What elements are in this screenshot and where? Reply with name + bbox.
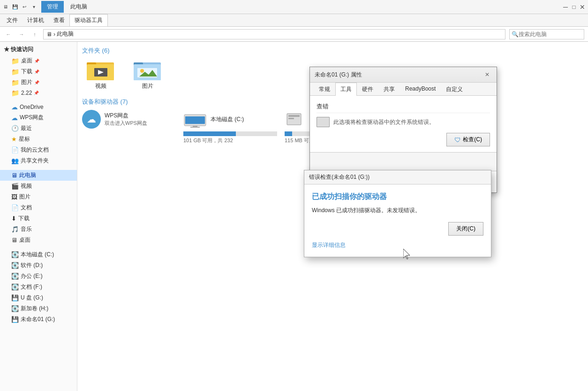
cloud-docs-icon: 📄 (11, 146, 19, 153)
sidebar-drive-g[interactable]: 💾 U 盘 (G:) (0, 292, 77, 303)
drive-g-icon: 💾 (11, 294, 19, 301)
nav-forward[interactable]: → (17, 30, 26, 39)
tab-tools[interactable]: 工具 (335, 83, 357, 96)
folders-section-header: 文件夹 (6) (82, 46, 583, 55)
error-dialog-title-bar: 错误检查(未命名01 (G:)) (304, 170, 491, 184)
sidebar-drive-h[interactable]: 💽 新加卷 (H:) (0, 303, 77, 314)
error-dialog-title-text: 错误检查(未命名01 (G:)) (309, 173, 369, 181)
sidebar-item-download[interactable]: 📁 下载 📌 (0, 66, 77, 77)
sidebar-downloads[interactable]: ⬇ 下载 (0, 213, 77, 224)
folder-icon: 📁 (11, 68, 19, 76)
sidebar-item-label: 视频 (21, 182, 32, 190)
star-icon: ★ (11, 136, 17, 143)
check-btn-label: 检查(C) (463, 136, 482, 144)
quick-access-save[interactable]: 💾 (11, 3, 19, 11)
sidebar-item-label: 最近 (21, 124, 32, 132)
error-check-dialog[interactable]: 错误检查(未命名01 (G:)) 已成功扫描你的驱动器 Windows 已成功扫… (304, 170, 491, 257)
tab-custom[interactable]: 自定义 (441, 83, 468, 96)
drive-f-icon: 💽 (11, 284, 19, 291)
minimize-button[interactable]: ─ (562, 3, 569, 11)
sidebar-drive-g2[interactable]: 💾 未命名01 (G:) (0, 314, 77, 325)
sidebar-this-pc[interactable]: 🖥 此电脑 (0, 170, 77, 181)
folder-label: 视频 (95, 82, 106, 90)
wps-drive-name: WPS网盘 (105, 112, 176, 120)
drive-h-icon (285, 110, 308, 129)
sidebar-item-222[interactable]: 📁 2.22 📌 (0, 88, 77, 98)
tab-view[interactable]: 查看 (49, 15, 69, 26)
drive-c-fill (183, 131, 236, 136)
folder-item-picture[interactable]: 图片 (129, 59, 166, 90)
close-button[interactable]: 关闭(C) (448, 222, 483, 236)
sidebar-item-label: 共享文件夹 (21, 157, 49, 165)
folder-item-video[interactable]: 视频 (82, 59, 120, 90)
pc-icon: 🖥 (11, 172, 17, 179)
quick-access-undo[interactable]: ↩ (21, 3, 28, 11)
sidebar-item-desktop[interactable]: 📁 桌面 📌 (0, 55, 77, 66)
nav-back[interactable]: ← (4, 30, 13, 39)
properties-tabs: 常规 工具 硬件 共享 ReadyBoost 自定义 (310, 83, 497, 96)
tab-computer[interactable]: 计算机 (23, 15, 49, 26)
sidebar-item-label: 文档 (21, 204, 32, 212)
wps-drive-item[interactable]: ☁ WPS网盘 双击进入WPS网盘 (82, 110, 176, 144)
sidebar-item-label: 桌面 (19, 236, 30, 244)
sidebar-shared-folder[interactable]: 👥 共享文件夹 (0, 155, 77, 166)
ribbon-tab-manage[interactable]: 管理 (41, 1, 64, 13)
sidebar-item-label: OneDrive (20, 104, 44, 110)
properties-close-button[interactable]: ✕ (482, 70, 492, 79)
folder-icon: 📁 (11, 57, 19, 65)
sidebar-item-label: 图片 (21, 78, 32, 86)
svg-rect-17 (288, 115, 300, 117)
search-input[interactable] (519, 31, 575, 38)
svg-rect-13 (185, 116, 196, 124)
svg-point-9 (140, 69, 144, 73)
sidebar-onedrive[interactable]: ☁ OneDrive (0, 102, 77, 112)
tab-file[interactable]: 文件 (2, 15, 23, 26)
tab-hardware[interactable]: 硬件 (357, 83, 378, 96)
nav-up[interactable]: ↑ (30, 30, 39, 39)
sidebar-music[interactable]: 🎵 音乐 (0, 224, 77, 235)
music-icon: 🎵 (11, 226, 19, 233)
check-description: 此选项将检查驱动器中的文件系统错误。 (317, 117, 490, 127)
sidebar-quick-access[interactable]: ★ 快速访问 (0, 44, 77, 55)
sidebar-desktop-pc[interactable]: 🖥 桌面 (0, 235, 77, 245)
sidebar-item-label: 图片 (19, 193, 30, 201)
desktop-icon: 🖥 (11, 237, 17, 244)
sidebar-item-label: 桌面 (21, 57, 32, 65)
sidebar-drive-d[interactable]: 💽 软件 (D:) (0, 260, 77, 271)
video-folder-icon (87, 59, 115, 81)
sidebar-starred[interactable]: ★ 星标 (0, 134, 77, 145)
quick-access-menu[interactable]: ▾ (30, 3, 38, 11)
close-button[interactable]: ✕ (579, 3, 586, 11)
sidebar-pictures-pc[interactable]: 🖼 图片 (0, 192, 77, 202)
drive-c-icon (183, 110, 207, 129)
sidebar-item-label: 本地磁盘 (C:) (21, 251, 54, 259)
maximize-button[interactable]: □ (570, 3, 578, 11)
sidebar-cloud-docs[interactable]: 📄 我的云文档 (0, 145, 77, 155)
sidebar: ★ 快速访问 📁 桌面 📌 📁 下载 📌 📁 图片 📌 📁 2.22 📌 (0, 42, 77, 391)
tab-general[interactable]: 常规 (314, 83, 335, 96)
svg-rect-18 (288, 118, 294, 119)
drive-c-bar (183, 131, 277, 136)
sidebar-item-pictures[interactable]: 📁 图片 📌 (0, 77, 77, 88)
drive-c-name: 本地磁盘 (C:) (211, 115, 277, 123)
sidebar-videos[interactable]: 🎬 视频 (0, 181, 77, 192)
check-desc-text: 此选项将检查驱动器中的文件系统错误。 (333, 118, 435, 126)
sidebar-item-label: 办公 (E:) (21, 272, 43, 280)
shield-icon: 🛡 (454, 136, 461, 144)
sidebar-drive-c[interactable]: 💽 本地磁盘 (C:) (0, 249, 77, 260)
onedrive-icon: ☁ (11, 103, 18, 111)
sidebar-drive-f[interactable]: 💽 文档 (F:) (0, 282, 77, 292)
address-path[interactable]: 🖥 › 此电脑 (43, 29, 505, 39)
sidebar-documents[interactable]: 📄 文档 (0, 202, 77, 213)
sidebar-drive-e[interactable]: 💽 办公 (E:) (0, 271, 77, 282)
tab-readyboost[interactable]: ReadyBoost (400, 83, 441, 96)
drive-d-icon: 💽 (11, 262, 19, 269)
drive-item-c[interactable]: 本地磁盘 (C:) 101 GB 可用，共 232 (183, 110, 277, 144)
sidebar-wps[interactable]: ☁ WPS网盘 (0, 112, 77, 123)
tab-sharing[interactable]: 共享 (378, 83, 400, 96)
check-button[interactable]: 🛡 检查(C) (446, 133, 490, 146)
tab-drive-tools[interactable]: 驱动器工具 (69, 14, 108, 26)
sidebar-recent[interactable]: 🕐 最近 (0, 123, 77, 134)
sidebar-item-label: WPS网盘 (20, 114, 44, 122)
detail-link[interactable]: 显示详细信息 (312, 241, 483, 249)
